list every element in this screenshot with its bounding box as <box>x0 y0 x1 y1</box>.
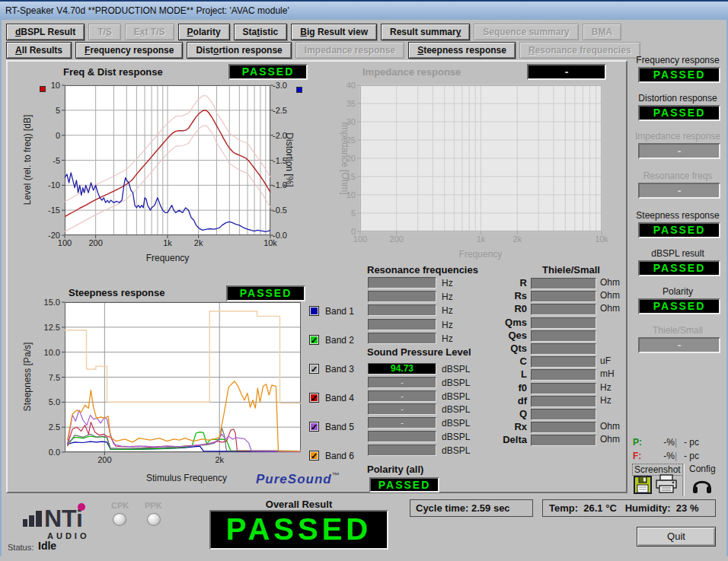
legend-item-band-1: Band 1 <box>309 304 354 316</box>
environment-box: Temp: 26.1 °C Humidity: 23 % <box>542 499 716 517</box>
humidity-value: 23 % <box>676 502 699 514</box>
impedance-chart-title: Impedance response <box>362 66 461 78</box>
resonance-unit-label: Hz <box>442 333 453 344</box>
overall-result-value: PASSED <box>209 510 388 550</box>
spl-field-7 <box>368 445 436 456</box>
steepness-legend: Band 1✓Band 2✓Band 3✓Band 4✓Band 5✓Band … <box>309 304 370 479</box>
thiele-unit-label: mH <box>600 368 615 379</box>
legend-checkbox-band-5[interactable]: ✓ <box>309 422 319 432</box>
tab-dbspl-result[interactable]: dBSPL Result <box>6 24 85 40</box>
tab-polarity[interactable]: Polarity <box>178 24 230 40</box>
thiele-field-qts <box>531 343 596 355</box>
x-tick-label: 100 <box>52 238 78 247</box>
y-tick-label: 15.0 <box>34 298 60 307</box>
tab-row-1: dBSPL ResultT/SExt T/SPolarityStatisticB… <box>6 24 625 40</box>
x-tick-label: 2k <box>186 238 212 247</box>
resonance-unit-label: Hz <box>442 278 453 288</box>
ppk-led <box>147 513 161 526</box>
y-right-tick-label: -0.5 <box>273 206 299 215</box>
sidebar-badge-steepness-response: PASSED <box>638 222 720 238</box>
resonance-field-4 <box>368 319 436 330</box>
config-headphones-icon[interactable] <box>691 475 713 495</box>
print-icon[interactable] <box>655 473 678 495</box>
resonance-field-5 <box>368 333 436 344</box>
tab-distortion-response[interactable]: Distortion response <box>187 42 291 59</box>
tab-big-result-view[interactable]: Big Result view <box>291 24 377 40</box>
x-tick-label: 100 <box>347 234 373 244</box>
thiele-field-r0 <box>531 304 596 315</box>
impedance-yaxis-label: Impedance [Ohm] <box>340 101 350 215</box>
legend-item-band-6: ✓Band 6 <box>309 448 354 461</box>
legend-checkbox-band-1[interactable] <box>309 306 319 316</box>
sidebar-badge-frequency-response: PASSED <box>638 67 720 83</box>
save-screenshot-icon[interactable] <box>634 476 652 494</box>
spl-field-4: - <box>368 403 436 415</box>
steepness-plot: 15.012.510.07.55.02.50.02002k <box>65 302 301 452</box>
quit-button[interactable]: Quit <box>637 527 716 547</box>
x-tick-label: 1k <box>468 234 494 244</box>
thiele-unit-label: Ohm <box>600 303 620 314</box>
x-tick-label: 2k <box>206 455 232 464</box>
y-tick-label: 2.5 <box>34 422 60 432</box>
tab-all-results[interactable]: All Results <box>6 42 72 59</box>
temperature-value: 26.1 °C <box>583 502 617 514</box>
legend-checkbox-band-6[interactable]: ✓ <box>309 451 319 461</box>
steepness-yaxis-label: Steepness [Pa/s] <box>22 320 33 434</box>
tab-statistic[interactable]: Statistic <box>234 24 288 40</box>
sidebar-label-polarity: Polarity <box>631 286 725 297</box>
legend-item-band-4: ✓Band 4 <box>309 390 354 403</box>
cycle-time-box: Cycle time: 2.59 sec <box>410 499 533 517</box>
thiele-param-label-c: C <box>455 355 527 367</box>
spl-field-5: - <box>368 417 436 429</box>
resonance-unit-label: Hz <box>442 320 453 330</box>
resonance-field-1 <box>368 277 436 288</box>
tab-ext-t-s: Ext T/S <box>125 24 174 40</box>
y-tick-label: 10 <box>34 81 60 90</box>
y-right-tick-label: -3.0 <box>273 81 299 90</box>
app-window: RT-Speaker V4.70d **PRODUCTION MODE** Pr… <box>0 0 728 561</box>
thiele-field-rs <box>531 291 596 302</box>
thiele-field-r <box>531 278 596 289</box>
thiele-panel-title: Thiele/Small <box>533 264 609 276</box>
titlebar[interactable]: RT-Speaker V4.70d **PRODUCTION MODE** Pr… <box>0 0 728 20</box>
thiele-param-label-r0: R0 <box>455 303 527 314</box>
resonance-field-2 <box>368 291 436 302</box>
legend-checkbox-band-4[interactable]: ✓ <box>309 393 319 403</box>
tab-sequence-summary: Sequence summary <box>474 24 578 40</box>
tab-result-summary[interactable]: Result summary <box>381 24 470 40</box>
impedance-chart-badge: - <box>527 64 606 80</box>
x-tick-label: 200 <box>91 455 117 464</box>
nti-audio-logo: NTi <box>20 499 104 533</box>
window-title: RT-Speaker V4.70d **PRODUCTION MODE** Pr… <box>5 5 289 16</box>
polarity-badge: PASSED <box>369 477 439 492</box>
window-border-left <box>0 20 2 556</box>
steepness-chart-badge: PASSED <box>226 285 305 301</box>
legend-label: Band 5 <box>325 422 354 432</box>
legend-checkbox-band-3[interactable]: ✓ <box>309 364 319 374</box>
sidebar-badge-resonance-freqs: - <box>638 183 720 199</box>
sidebar-badge-dbspl-result: PASSED <box>638 260 720 276</box>
thiele-unit-label: Ohm <box>600 277 620 288</box>
sidebar-badge-polarity: PASSED <box>638 298 720 314</box>
x-tick-label: 1k <box>155 238 180 247</box>
resonance-unit-label: Hz <box>442 305 453 316</box>
legend-checkbox-band-2[interactable]: ✓ <box>309 335 319 345</box>
pass-count-label: P: <box>633 437 642 448</box>
thiele-field-c <box>531 356 596 368</box>
status-value: Idle <box>38 540 56 552</box>
polarity-panel-title: Polarity (all) <box>367 464 423 475</box>
tab-frequency-response[interactable]: Frequency response <box>75 42 183 59</box>
steepness-xaxis-label: Stimulus Frequency <box>129 473 244 483</box>
x-tick-label: 200 <box>384 234 410 244</box>
tab-resonance-frequencies: Resonance frequencies <box>519 42 640 59</box>
freq-yaxis-left-label: Level (rel. to freq) [dB] <box>22 91 33 228</box>
thiele-param-label-r: R <box>455 277 527 288</box>
tab-steepness-response[interactable]: Steepness response <box>408 42 516 59</box>
thiele-param-label-rs: Rs <box>455 290 527 301</box>
legend-item-band-2: ✓Band 2 <box>309 333 354 345</box>
y-tick-label: 5.0 <box>34 397 60 406</box>
config-label: Config <box>689 464 716 474</box>
tab-t-s: T/S <box>88 24 121 40</box>
sidebar-label-frequency-response: Frequency response <box>631 55 725 65</box>
thiele-unit-label: Ohm <box>600 290 620 301</box>
